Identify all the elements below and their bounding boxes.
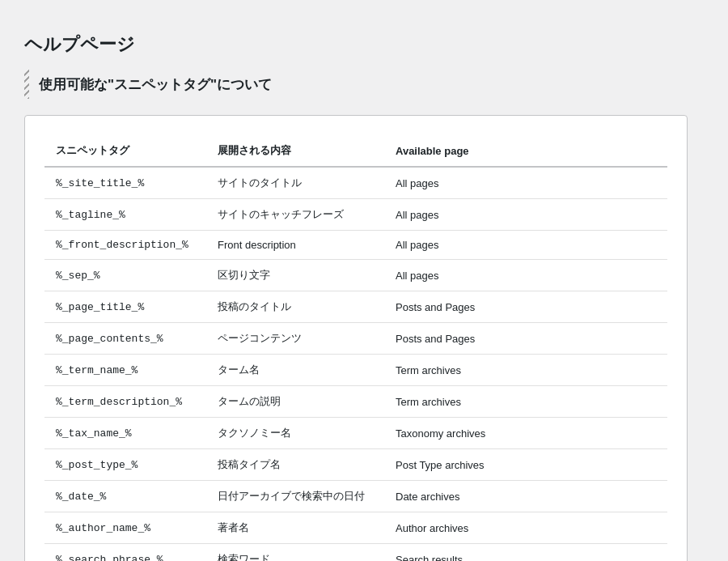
table-row: %_tax_name_%タクソノミー名Taxonomy archives (44, 418, 667, 449)
section-stripe (24, 70, 29, 99)
tag-cell: %_tax_name_% (44, 418, 206, 449)
available-cell: Posts and Pages (384, 323, 667, 355)
tag-cell: %_term_name_% (44, 355, 206, 386)
available-cell: Search results (384, 544, 667, 562)
description-cell: 投稿のタイトル (206, 291, 384, 323)
tag-cell: %_front_description_% (44, 231, 206, 260)
available-cell: Date archives (384, 481, 667, 512)
description-cell: タクソノミー名 (206, 418, 384, 449)
col-header-description: 展開される内容 (206, 135, 384, 167)
tag-cell: %_page_contents_% (44, 323, 206, 355)
table-row: %_site_title_%サイトのタイトルAll pages (44, 167, 667, 199)
table-row: %_tagline_%サイトのキャッチフレーズAll pages (44, 199, 667, 231)
available-cell: All pages (384, 231, 667, 260)
available-cell: All pages (384, 167, 667, 199)
tag-cell: %_author_name_% (44, 512, 206, 544)
table-row: %_sep_%区切り文字All pages (44, 260, 667, 291)
tag-cell: %_page_title_% (44, 291, 206, 323)
available-cell: Taxonomy archives (384, 418, 667, 449)
table-row: %_page_title_%投稿のタイトルPosts and Pages (44, 291, 667, 323)
tag-cell: %_term_description_% (44, 386, 206, 418)
description-cell: ページコンテンツ (206, 323, 384, 355)
table-row: %_term_name_%ターム名Term archives (44, 355, 667, 386)
table-header-row: スニペットタグ 展開される内容 Available page (44, 135, 667, 167)
table-row: %_page_contents_%ページコンテンツPosts and Pages (44, 323, 667, 355)
tag-cell: %_site_title_% (44, 167, 206, 199)
table-row: %_post_type_%投稿タイプ名Post Type archives (44, 449, 667, 481)
tag-cell: %_tagline_% (44, 199, 206, 231)
description-cell: 検索ワード (206, 544, 384, 562)
description-cell: タームの説明 (206, 386, 384, 418)
description-cell: 日付アーカイブで検索中の日付 (206, 481, 384, 512)
description-cell: サイトのタイトル (206, 167, 384, 199)
description-cell: ターム名 (206, 355, 384, 386)
available-cell: Post Type archives (384, 449, 667, 481)
content-card: スニペットタグ 展開される内容 Available page %_site_ti… (24, 115, 688, 561)
tag-cell: %_sep_% (44, 260, 206, 291)
available-cell: All pages (384, 199, 667, 231)
table-row: %_search_phrase_%検索ワードSearch results (44, 544, 667, 562)
section-title: 使用可能な"スニペットタグ"について (39, 75, 272, 94)
description-cell: 投稿タイプ名 (206, 449, 384, 481)
tag-cell: %_date_% (44, 481, 206, 512)
description-cell: サイトのキャッチフレーズ (206, 199, 384, 231)
available-cell: Term archives (384, 355, 667, 386)
tag-cell: %_post_type_% (44, 449, 206, 481)
table-row: %_term_description_%タームの説明Term archives (44, 386, 667, 418)
page-title: ヘルプページ (24, 32, 688, 57)
tag-cell: %_search_phrase_% (44, 544, 206, 562)
table-row: %_author_name_%著者名Author archives (44, 512, 667, 544)
snippet-table: スニペットタグ 展開される内容 Available page %_site_ti… (44, 135, 667, 561)
available-cell: Term archives (384, 386, 667, 418)
col-header-available: Available page (384, 135, 667, 167)
table-row: %_date_%日付アーカイブで検索中の日付Date archives (44, 481, 667, 512)
description-cell: Front description (206, 231, 384, 260)
description-cell: 区切り文字 (206, 260, 384, 291)
table-row: %_front_description_%Front descriptionAl… (44, 231, 667, 260)
section-header: 使用可能な"スニペットタグ"について (24, 70, 688, 99)
available-cell: Author archives (384, 512, 667, 544)
col-header-tag: スニペットタグ (44, 135, 206, 167)
available-cell: All pages (384, 260, 667, 291)
description-cell: 著者名 (206, 512, 384, 544)
available-cell: Posts and Pages (384, 291, 667, 323)
page-wrapper: ヘルプページ 使用可能な"スニペットタグ"について スニペットタグ 展開される内… (0, 16, 712, 561)
